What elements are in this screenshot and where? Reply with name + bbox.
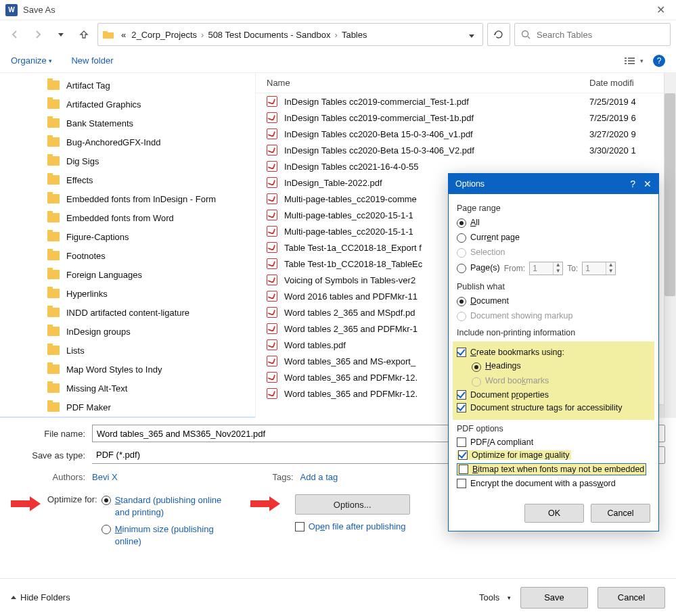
radio-icon [472,377,481,387]
pdf-file-icon [267,388,277,399]
folder-tree-item[interactable]: Bug-AnchoredGFX-Indd [0,133,255,151]
refresh-button[interactable] [487,23,510,46]
radio-current-page[interactable]: Current page [457,232,650,243]
chk-encrypt[interactable]: Encrypt the document with a password [457,479,650,488]
pdf-file-icon [267,291,277,302]
v-scrollbar[interactable] [664,73,676,418]
pdf-file-icon [267,258,277,269]
folder-icon [47,175,60,185]
radio-document[interactable]: Document [457,295,650,307]
folder-tree-item[interactable]: INDD artifacted content-ligature [0,303,255,322]
folder-tree-item[interactable]: Figure-Captions [0,227,255,246]
file-name: InDesign Tables cc2021-16-4-0-55 [284,162,589,172]
dialog-help-button[interactable]: ? [630,179,635,189]
radio-icon [457,248,466,258]
savetype-label: Save as type: [11,450,92,460]
folder-icon [47,99,60,109]
folder-tree-item[interactable]: Tables [0,417,255,418]
chk-doc-structure-tags[interactable]: Document structure tags for accessibilit… [457,403,650,412]
save-button[interactable]: Save [520,587,588,609]
cancel-button[interactable]: Cancel [598,587,665,609]
radio-icon [102,525,111,534]
to-spinner[interactable]: 1▲▼ [582,262,616,275]
folder-name: Bug-AnchoredGFX-Indd [66,137,160,147]
chk-create-bookmarks[interactable]: Create bookmarks using: [457,348,650,357]
pdf-file-icon [267,339,277,350]
nav-up-button[interactable] [74,25,93,44]
options-button[interactable]: Options... [295,494,410,515]
file-row[interactable]: InDesign Tables cc2020-Beta 15-0-3-406_v… [256,126,664,142]
breadcrumb-seg-1[interactable]: 508 Test Documents - Sandbox [205,30,333,40]
radio-pages[interactable]: Page(s) [457,262,500,274]
folder-tree-item[interactable]: Map Word Styles to Indy [0,360,255,379]
help-button[interactable]: ? [653,55,665,67]
column-name[interactable]: Name [267,78,589,88]
folder-name: Figure-Captions [66,232,129,242]
folder-tree-item[interactable]: Footnotes [0,246,255,265]
folder-name: Bank Statements [66,118,133,128]
file-row[interactable]: InDesign Tables cc2020-Beta 15-0-3-406_V… [256,142,664,158]
file-row[interactable]: InDesign Tables cc2019-commercial_Test-1… [256,110,664,126]
nav-back-button[interactable] [5,25,24,44]
address-dropdown[interactable] [465,30,478,40]
search-box[interactable] [514,23,671,46]
folder-tree-item[interactable]: Foreign Languages [0,265,255,284]
file-row[interactable]: InDesign Tables cc2019-commercial_Test-1… [256,93,664,110]
folder-icon [47,80,60,90]
breadcrumb-seg-2[interactable]: Tables [339,30,370,40]
nav-row: « 2_Corp_Projects › 508 Test Documents -… [0,20,676,49]
folder-tree[interactable]: Artifact TagArtifacted GraphicsBank Stat… [0,73,256,418]
folder-tree-item[interactable]: Bank Statements [0,114,255,133]
column-headers[interactable]: Name Date modifi [256,73,664,93]
word-app-icon: W [5,4,18,16]
folder-tree-item[interactable]: Embedded fonts from InDesign - Form [0,189,255,208]
view-options-button[interactable]: ▾ [624,55,644,66]
radio-optimize-standard[interactable]: Standard (publishing online and printing… [102,494,230,518]
breadcrumb-seg-0[interactable]: 2_Corp_Projects [129,30,200,40]
folder-tree-item[interactable]: Embedded fonts from Word [0,208,255,227]
dialog-cancel-button[interactable]: Cancel [591,504,650,523]
file-row[interactable]: InDesign Tables cc2021-16-4-0-55 [256,158,664,174]
window-close-button[interactable]: ✕ [651,1,671,19]
radio-optimize-minimum[interactable]: Minimum size (publishing online) [102,523,230,547]
folder-tree-item[interactable]: Effects [0,170,255,189]
nav-recent-dropdown[interactable] [51,25,70,44]
radio-headings[interactable]: Headings [472,360,650,372]
radio-icon [457,264,466,273]
folder-name: Embedded fonts from Word [66,213,174,223]
column-date[interactable]: Date modifi [589,78,664,88]
from-spinner[interactable]: 1▲▼ [529,262,563,275]
folder-tree-item[interactable]: InDesign groups [0,322,255,341]
folder-tree-item[interactable]: Artifact Tag [0,76,255,95]
radio-all[interactable]: All [457,217,650,229]
search-input[interactable] [535,29,664,41]
dialog-close-button[interactable]: ✕ [644,179,652,189]
address-bar[interactable]: « 2_Corp_Projects › 508 Test Documents -… [97,23,483,46]
tools-menu[interactable]: Tools ▾ [479,592,511,602]
folder-tree-item[interactable]: Artifacted Graphics [0,95,255,114]
chk-pdfa[interactable]: PDF/A compliant [457,437,650,447]
folder-tree-item[interactable]: Hyperlinks [0,284,255,303]
authors-value[interactable]: Bevi X [92,472,118,482]
open-after-checkbox[interactable]: Open file after publishing [295,521,406,531]
chk-bitmap-text[interactable]: Bitmap text when fonts may not be embedd… [457,463,650,475]
nav-forward-button[interactable] [28,25,47,44]
chevron-up-icon [11,596,16,599]
folder-name: Artifact Tag [66,80,110,91]
folder-tree-item[interactable]: Dig Sigs [0,151,255,170]
organize-menu[interactable]: Organize ▾ [11,55,52,66]
chk-doc-properties[interactable]: Document properties [457,390,650,400]
radio-word-bookmarks: Word bookmarks [472,375,650,387]
radio-selection: Selection [457,247,650,258]
to-label: To: [567,264,578,273]
folder-tree-item[interactable]: Missing Alt-Text [0,379,255,398]
tags-value[interactable]: Add a tag [300,472,338,482]
radio-pages-row: Page(s) From: 1▲▼ To: 1▲▼ [457,262,650,275]
chevron-down-icon: ▾ [640,57,644,64]
folder-tree-item[interactable]: PDF Maker [0,398,255,417]
new-folder-button[interactable]: New folder [71,55,113,66]
chk-optimize-image-quality[interactable]: Optimize for image quality [457,450,650,460]
dialog-ok-button[interactable]: OK [524,504,584,523]
folder-tree-item[interactable]: Lists [0,341,255,360]
hide-folders-button[interactable]: Hide Folders [11,592,70,602]
